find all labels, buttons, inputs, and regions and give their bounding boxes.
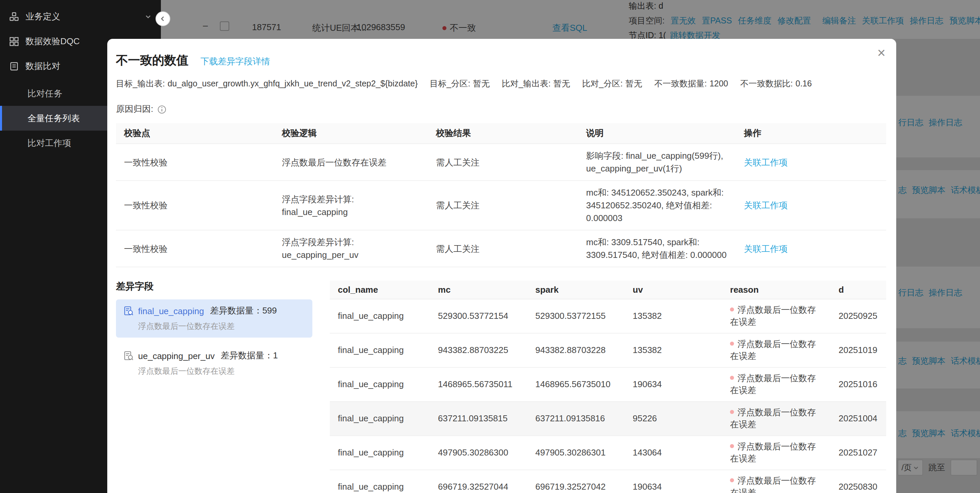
- summary-item: 比对_分区:暂无: [582, 78, 642, 90]
- modal-title: 不一致的数值: [116, 52, 188, 68]
- col-header: 操作: [736, 123, 886, 144]
- field-search-icon: [124, 351, 134, 361]
- business-icon: [10, 12, 19, 21]
- table-row: 一致性校验 浮点字段差异计算: ue_capping_per_uv 需人工关注 …: [116, 230, 886, 267]
- diff-section-title: 差异字段: [116, 281, 312, 293]
- col-header: spark: [527, 281, 625, 299]
- field-search-icon: [124, 306, 134, 316]
- related-workitem-link[interactable]: 关联工作项: [744, 244, 788, 254]
- col-header: reason: [722, 281, 830, 299]
- diff-table-header-row: col_name mc spark uv reason d: [330, 281, 886, 299]
- summary-item: 目标_分区:暂无: [430, 78, 490, 90]
- check-result-table: 校验点 校验逻辑 校验结果 说明 操作 一致性校验 浮点数最后一位数存在误差 需…: [116, 123, 886, 267]
- check-table-header-row: 校验点 校验逻辑 校验结果 说明 操作: [116, 123, 886, 144]
- diff-detail-table: col_name mc spark uv reason d final_ue_c…: [330, 281, 886, 493]
- reason-dot-icon: [730, 376, 734, 380]
- reason-dot-icon: [730, 308, 734, 311]
- download-diff-link[interactable]: 下载差异字段详情: [200, 55, 270, 68]
- col-header: 说明: [578, 123, 736, 144]
- sidebar-item-business-definition[interactable]: 业务定义: [0, 4, 161, 29]
- table-row: final_ue_capping 943382.88703225 943382.…: [330, 333, 886, 368]
- reason-attribution-row: 原因归因:: [116, 103, 886, 115]
- summary-row: 目标_输出表:du_algo_user_growth.yx_ghfq_jxkh_…: [116, 78, 886, 90]
- table-row: 一致性校验 浮点字段差异计算: final_ue_capping 需人工关注 m…: [116, 181, 886, 230]
- table-row: final_ue_capping 529300.53772154 529300.…: [330, 299, 886, 333]
- diff-section: 差异字段 final_ue_capping 差异数据量：599 浮点数最后一位数…: [116, 281, 886, 493]
- col-header: 校验结果: [428, 123, 578, 144]
- app-window: − 187571 统计UE回本... 1029683559 不一致 查看SQL …: [0, 0, 980, 493]
- col-header: uv: [625, 281, 722, 299]
- table-row: final_ue_capping 696719.32527044 696719.…: [330, 470, 886, 493]
- table-row: 一致性校验 浮点数最后一位数存在误差 需人工关注 影响字段: final_ue_…: [116, 144, 886, 181]
- chevron-down-icon: [145, 13, 151, 20]
- reason-dot-icon: [730, 342, 734, 346]
- related-workitem-link[interactable]: 关联工作项: [744, 157, 788, 167]
- reason-dot-icon: [730, 478, 734, 482]
- data-compare-icon: [10, 61, 19, 71]
- diff-field-item-ue-capping-per-uv[interactable]: ue_capping_per_uv 差异数据量：1 浮点数最后一位数存在误差: [116, 344, 312, 382]
- dqc-icon: [10, 36, 19, 46]
- col-header: d: [830, 281, 886, 299]
- summary-item: 目标_输出表:du_algo_user_growth.yx_ghfq_jxkh_…: [116, 78, 418, 90]
- modal-header: 不一致的数值 下载差异字段详情: [116, 52, 886, 68]
- diff-detail-panel: col_name mc spark uv reason d final_ue_c…: [330, 281, 886, 493]
- info-icon[interactable]: [157, 105, 166, 114]
- reason-attribution-label: 原因归因:: [116, 103, 153, 115]
- col-header: 校验点: [116, 123, 274, 144]
- table-row: final_ue_capping 497905.30286300 497905.…: [330, 436, 886, 470]
- inconsistent-values-modal: × 不一致的数值 下载差异字段详情 目标_输出表:du_algo_user_gr…: [107, 39, 896, 493]
- chevron-left-icon: [159, 16, 166, 22]
- summary-item: 不一致数据比:0.16: [740, 78, 812, 90]
- col-header: 校验逻辑: [274, 123, 428, 144]
- reason-dot-icon: [730, 410, 734, 414]
- summary-item: 不一致数据量:1200: [654, 78, 728, 90]
- sidebar-collapse-button[interactable]: [156, 11, 170, 26]
- col-header: mc: [430, 281, 528, 299]
- diff-field-item-final-ue-capping[interactable]: final_ue_capping 差异数据量：599 浮点数最后一位数存在误差: [116, 300, 312, 338]
- table-row: final_ue_capping 1468965.56735011 146896…: [330, 368, 886, 401]
- table-row: final_ue_capping 637211.09135815 637211.…: [330, 401, 886, 436]
- related-workitem-link[interactable]: 关联工作项: [744, 200, 788, 210]
- summary-item: 比对_输出表:暂无: [502, 78, 570, 90]
- reason-dot-icon: [730, 444, 734, 448]
- diff-field-panel: 差异字段 final_ue_capping 差异数据量：599 浮点数最后一位数…: [116, 281, 312, 493]
- col-header: col_name: [330, 281, 430, 299]
- close-icon[interactable]: ×: [877, 46, 886, 60]
